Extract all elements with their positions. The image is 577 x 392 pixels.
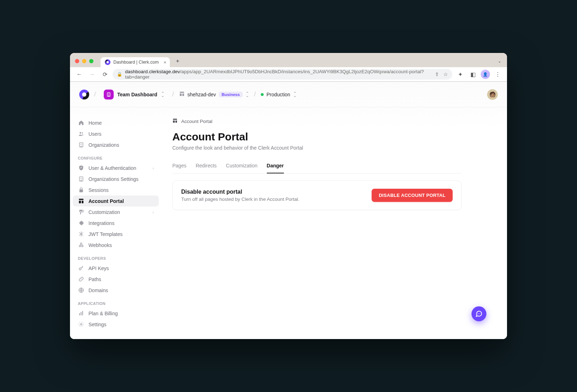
sidebar: Home Users Organizations Configure User … [70, 107, 163, 339]
disable-account-portal-button[interactable]: Disable Account Portal [372, 189, 453, 202]
forward-button[interactable]: → [87, 69, 97, 79]
sidebar-item-label: Integrations [88, 220, 114, 226]
tab-pages[interactable]: Pages [172, 163, 187, 173]
team-name: Team Dashboard [117, 92, 157, 97]
minimize-window-button[interactable] [82, 59, 86, 63]
environment-switcher[interactable]: Production ⌃⌄ [261, 92, 297, 97]
sidebar-item-domains[interactable]: Domains [73, 285, 159, 296]
team-switcher[interactable]: Team Dashboard ⌃⌄ [101, 88, 167, 101]
shield-icon [78, 165, 84, 171]
lock-icon [78, 187, 84, 193]
sidebar-item-settings[interactable]: Settings [73, 319, 159, 330]
snow-icon [78, 231, 84, 237]
sidebar-item-paths[interactable]: Paths [73, 274, 159, 285]
clerk-favicon-icon [105, 59, 110, 65]
sidebar-item-account-portal[interactable]: Account Portal [73, 195, 159, 206]
sidebar-item-user-authentication[interactable]: User & Authentication› [73, 162, 159, 173]
app-switcher[interactable]: shehzad-dev Business ⌃⌄ [179, 91, 249, 98]
tab-redirects[interactable]: Redirects [196, 163, 217, 173]
sidebar-section-application: Application [73, 296, 159, 308]
share-icon[interactable]: ⇪ [435, 71, 439, 77]
sidebar-item-label: Users [88, 131, 102, 137]
kebab-menu-button[interactable]: ⋮ [493, 69, 503, 79]
close-tab-button[interactable]: × [163, 60, 166, 65]
tab-title: Dashboard | Clerk.com [113, 60, 159, 65]
close-window-button[interactable] [75, 59, 79, 63]
browser-tab[interactable]: Dashboard | Clerk.com × [101, 57, 170, 67]
sidebar-item-label: Domains [88, 288, 108, 293]
svg-rect-3 [182, 93, 184, 96]
page-subtitle: Configure the look and behavior of the C… [172, 145, 462, 151]
sidepanel-button[interactable]: ◧ [468, 69, 478, 79]
svg-rect-19 [82, 311, 83, 315]
svg-rect-2 [180, 93, 182, 96]
sidebar-item-api-keys[interactable]: API Keys [73, 263, 159, 274]
reload-button[interactable]: ⟳ [100, 69, 110, 79]
org-icon [78, 176, 84, 182]
app-body: Home Users Organizations Configure User … [70, 107, 507, 339]
breadcrumb-slash: / [94, 91, 96, 98]
chat-fab-button[interactable] [471, 306, 486, 321]
sidebar-section-developers: Developers [73, 251, 159, 263]
sidebar-item-label: Sessions [88, 187, 109, 193]
svg-rect-17 [79, 313, 80, 316]
svg-rect-22 [173, 120, 175, 123]
user-avatar-button[interactable]: 🧑🏽 [487, 89, 498, 100]
svg-rect-23 [176, 120, 177, 123]
svg-point-5 [82, 132, 83, 133]
sidebar-item-jwt-templates[interactable]: JWT Templates [73, 229, 159, 240]
team-badge-icon [104, 90, 114, 100]
browser-chrome: Dashboard | Clerk.com × + ⌄ ← → ⟳ 🔒 dash… [70, 53, 507, 82]
hook-icon [78, 242, 84, 248]
new-tab-button[interactable]: + [173, 56, 183, 66]
sidebar-item-users[interactable]: Users [73, 128, 159, 139]
extensions-button[interactable]: ✦ [455, 69, 465, 79]
sidebar-item-organizations-settings[interactable]: Organizations Settings [73, 173, 159, 184]
svg-rect-8 [79, 189, 83, 192]
sidebar-item-label: Organizations Settings [88, 176, 139, 182]
tab-overflow-button[interactable]: ⌄ [498, 59, 501, 64]
clerk-logo-icon[interactable] [79, 90, 89, 100]
updown-icon: ⌃⌄ [246, 92, 249, 97]
layout-icon [172, 118, 178, 124]
updown-icon: ⌃⌄ [161, 92, 165, 97]
danger-card: Disable account portal Turn off all page… [172, 181, 462, 210]
svg-point-4 [80, 132, 81, 134]
org-icon [78, 142, 84, 148]
tab-bar: PagesRedirectsCustomizationDanger [172, 163, 462, 173]
sidebar-item-sessions[interactable]: Sessions [73, 184, 159, 195]
sidebar-item-label: JWT Templates [88, 231, 123, 237]
back-button[interactable]: ← [74, 69, 84, 79]
profile-button[interactable]: 👤 [481, 70, 490, 79]
svg-point-25 [479, 313, 479, 314]
sidebar-item-integrations[interactable]: Integrations [73, 218, 159, 229]
updown-icon: ⌃⌄ [293, 92, 297, 97]
sidebar-item-label: Organizations [88, 142, 119, 148]
content: Account Portal Account Portal Configure … [163, 107, 476, 339]
maximize-window-button[interactable] [89, 59, 93, 63]
sidebar-section-configure: Configure [73, 150, 159, 162]
sidebar-item-home[interactable]: Home [73, 117, 159, 128]
status-dot-icon [261, 93, 264, 96]
address-bar[interactable]: 🔒 dashboard.clerkstage.dev/apps/app_2UAR… [113, 69, 452, 80]
globe-icon [78, 287, 84, 293]
svg-point-26 [480, 313, 480, 314]
card-description: Turn off all pages hosted by Clerk in th… [181, 197, 299, 202]
tab-danger[interactable]: Danger [267, 163, 284, 173]
sidebar-item-plan-billing[interactable]: Plan & Billing [73, 308, 159, 319]
sidebar-item-organizations[interactable]: Organizations [73, 139, 159, 150]
svg-rect-18 [81, 312, 81, 315]
sidebar-item-customization[interactable]: Customization› [73, 206, 159, 218]
bookmark-icon[interactable]: ☆ [443, 71, 448, 77]
breadcrumb-label: Account Portal [181, 119, 212, 124]
browser-toolbar: ← → ⟳ 🔒 dashboard.clerkstage.dev/apps/ap… [70, 67, 507, 81]
environment-name: Production [266, 92, 290, 97]
sidebar-item-label: Customization [88, 209, 120, 215]
app-header: / Team Dashboard ⌃⌄ / shehzad-dev Busine… [70, 82, 507, 107]
sidebar-item-label: User & Authentication [88, 165, 136, 171]
tab-customization[interactable]: Customization [226, 163, 258, 173]
sidebar-item-webhooks[interactable]: Webhooks [73, 240, 159, 251]
users-icon [78, 131, 84, 137]
chevron-right-icon: › [152, 166, 154, 170]
svg-rect-9 [79, 199, 83, 200]
